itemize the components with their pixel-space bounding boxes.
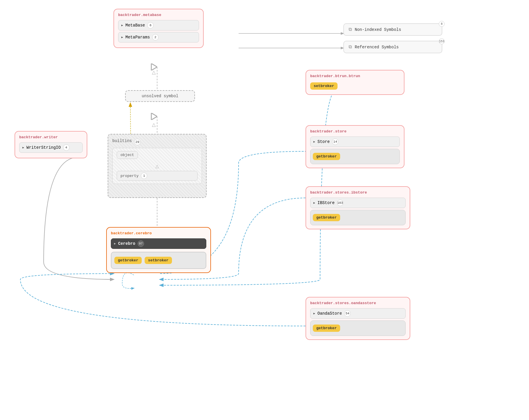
referenced-badge: 153	[439, 38, 445, 44]
writerstringio-class[interactable]: ▶ WriterStringIO 4	[19, 142, 83, 153]
builtins-inner: object △ property 1	[112, 148, 202, 184]
object-item: object	[117, 151, 138, 159]
connection-lines	[0, 0, 529, 420]
copy-icon-nonindexed: ⧉	[349, 27, 352, 32]
writer-module: backtrader.writer ▶ WriterStringIO 4	[15, 131, 87, 158]
non-indexed-badge: 8	[439, 21, 445, 27]
oandasstore-title: backtrader.stores.oandasstore	[310, 301, 406, 305]
oandasstore-class[interactable]: ▶ OandaStore 54	[310, 308, 406, 319]
expand-icon: ▶	[121, 24, 123, 27]
non-indexed-symbols-box: ⧉ Non-indexed Symbols 8	[343, 23, 442, 36]
builtins-box: builtins 29 object △ property 1	[108, 134, 207, 198]
cerebro-class-name: Cerebro	[118, 241, 135, 246]
writerstringio-name: WriterStringIO	[26, 145, 61, 150]
cerebro-getbroker[interactable]: getbroker	[114, 257, 142, 264]
diagram-container: backtrader.metabase ▶ MetaBase 6 ▶ MetaP…	[0, 0, 529, 420]
expand-cerebro-icon: ▶	[114, 242, 116, 245]
store-title: backtrader.store	[310, 129, 400, 134]
ibstore-badge: 103	[337, 200, 343, 206]
expand-store-icon: ▶	[313, 140, 315, 143]
cerebro-class[interactable]: ▶ Cerebro 97	[111, 238, 206, 249]
expand-writer-icon: ▶	[22, 146, 24, 149]
store-class[interactable]: ▶ Store 14	[310, 137, 400, 147]
metabase-module: backtrader.metabase ▶ MetaBase 6 ▶ MetaP…	[113, 9, 204, 48]
store-getbroker[interactable]: getbroker	[313, 153, 340, 160]
cerebro-module: backtrader.cerebro ▶ Cerebro 97 getbroke…	[106, 227, 211, 273]
builtins-title: builtins	[112, 139, 132, 143]
expand-icon2: ▶	[121, 36, 123, 39]
oandasstore-getbroker[interactable]: getbroker	[313, 325, 340, 332]
metabase-badge: 6	[147, 22, 154, 29]
btrun-title: backtrader.btrun.btrun	[310, 74, 400, 78]
metaparams-badge: 2	[152, 34, 159, 40]
ibstore-module: backtrader.stores.ibstore ▶ IBStore 103 …	[306, 186, 410, 229]
triangle-unsolved: △	[152, 121, 156, 129]
oandasstore-class-name: OandaStore	[317, 311, 342, 316]
ibstore-class[interactable]: ▶ IBStore 103	[310, 198, 406, 208]
metaparams-class[interactable]: ▶ MetaParams 2	[118, 32, 199, 42]
ibstore-getbroker[interactable]: getbroker	[313, 214, 340, 221]
referenced-symbols-box: ⧉ Referenced Symbols 153	[343, 41, 442, 53]
store-class-name: Store	[317, 139, 330, 144]
cerebro-title: backtrader.cerebro	[111, 231, 206, 235]
metabase-class[interactable]: ▶ MetaBase 6	[118, 20, 199, 31]
triangle-metabase: △	[152, 68, 156, 76]
copy-icon-referenced: ⧉	[349, 44, 352, 50]
ibstore-class-name: IBStore	[317, 201, 335, 205]
metabase-class-name: MetaBase	[125, 23, 145, 28]
btrun-setbroker[interactable]: setbroker	[310, 82, 338, 90]
property-badge: 1	[141, 173, 147, 179]
property-item: property 1	[117, 171, 198, 181]
unsolved-label: unsolved symbol	[142, 94, 178, 98]
store-badge: 14	[332, 139, 338, 145]
cerebro-badge: 97	[138, 240, 144, 247]
writer-title: backtrader.writer	[19, 135, 83, 139]
non-indexed-label: Non-indexed Symbols	[355, 27, 401, 32]
metaparams-class-name: MetaParams	[125, 35, 150, 40]
expand-ibstore-icon: ▶	[313, 201, 315, 205]
oandasstore-module: backtrader.stores.oandasstore ▶ OandaSto…	[306, 297, 410, 340]
builtins-badge: 29	[134, 139, 141, 145]
metabase-title: backtrader.metabase	[118, 13, 199, 17]
referenced-label: Referenced Symbols	[355, 45, 399, 49]
cerebro-setbroker[interactable]: setbroker	[145, 257, 172, 264]
store-module: backtrader.store ▶ Store 14 getbroker	[306, 125, 404, 168]
oandasstore-badge: 54	[344, 310, 351, 317]
unsolved-symbol-box: unsolved symbol	[125, 90, 195, 102]
writerstringio-badge: 4	[63, 144, 70, 151]
ibstore-title: backtrader.stores.ibstore	[310, 190, 406, 195]
expand-oandasstore-icon: ▶	[313, 312, 315, 315]
btrun-module: backtrader.btrun.btrun setbroker	[306, 70, 404, 95]
